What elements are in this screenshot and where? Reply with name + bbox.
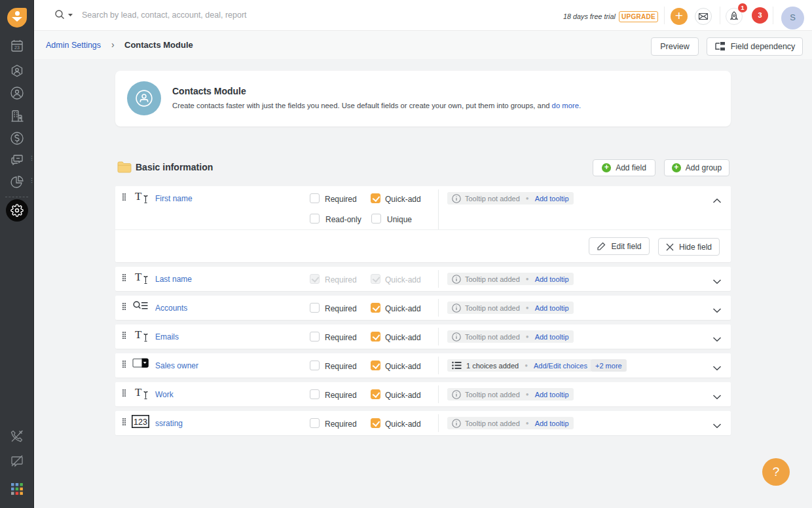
- svg-text:T: T: [135, 190, 142, 203]
- svg-text:23: 23: [14, 45, 20, 50]
- svg-text:T: T: [135, 328, 142, 341]
- svg-text:T: T: [135, 386, 142, 399]
- svg-text:123: 123: [134, 418, 147, 427]
- svg-text:T: T: [135, 271, 142, 283]
